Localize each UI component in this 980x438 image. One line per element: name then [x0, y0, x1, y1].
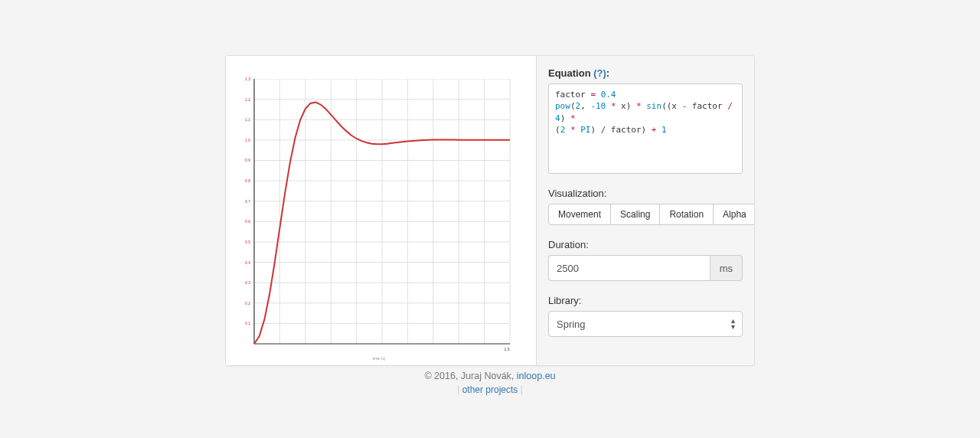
- footer-copyright: © 2016, Juraj Novák,: [424, 371, 516, 381]
- footer-site-link[interactable]: inloop.eu: [517, 371, 556, 381]
- duration-unit: ms: [710, 255, 743, 281]
- equation-label: Equation (?):: [548, 67, 743, 79]
- y-tick-label: 0.7: [240, 199, 250, 204]
- y-tick-label: 0.2: [240, 301, 250, 306]
- duration-row: ms: [548, 255, 743, 281]
- y-tick-label: 0.8: [240, 178, 250, 183]
- duration-label: Duration:: [548, 239, 743, 250]
- visualization-label: Visualization:: [548, 188, 743, 199]
- duration-input[interactable]: [548, 255, 710, 281]
- viz-movement-button[interactable]: Movement: [548, 204, 611, 225]
- equation-colon: :: [606, 67, 609, 79]
- y-tick-label: 1.0: [240, 138, 250, 142]
- equation-label-text: Equation: [548, 67, 591, 79]
- viz-rotation-button[interactable]: Rotation: [659, 204, 714, 225]
- x-tick-max: 1.0: [501, 347, 512, 351]
- footer-other-projects-link[interactable]: other projects: [462, 384, 518, 395]
- library-select-wrap: Spring ▴▾: [548, 311, 743, 337]
- main-panel: 0.10.20.30.40.50.60.70.80.91.01.11.21.3 …: [225, 55, 755, 366]
- controls-pane: Equation (?): factor = 0.4pow(2, -10 * x…: [537, 56, 754, 365]
- y-tick-label: 0.4: [240, 260, 250, 265]
- y-tick-label: 0.5: [240, 240, 250, 244]
- library-select[interactable]: Spring: [548, 311, 743, 337]
- chart-grid: [254, 79, 510, 344]
- viz-scaling-button[interactable]: Scaling: [610, 204, 660, 225]
- page-footer: © 2016, Juraj Novák, inloop.eu | other p…: [0, 371, 980, 395]
- library-label: Library:: [548, 295, 743, 306]
- footer-divider: |: [518, 384, 522, 395]
- x-axis-title: time (s): [356, 356, 402, 361]
- equation-editor[interactable]: factor = 0.4pow(2, -10 * x) * sin((x - f…: [548, 83, 743, 174]
- y-tick-label: 1.1: [240, 117, 250, 122]
- viz-alpha-button[interactable]: Alpha: [713, 204, 754, 225]
- interpolation-chart: [243, 79, 511, 345]
- equation-help-link[interactable]: (?): [593, 67, 606, 79]
- y-tick-label: 1.2: [240, 97, 250, 102]
- y-tick-label: 0.1: [240, 321, 250, 325]
- y-tick-label: 0.9: [240, 158, 250, 162]
- y-tick-label: 0.3: [240, 280, 250, 285]
- visualization-button-group: MovementScalingRotationAlpha: [548, 204, 743, 225]
- y-tick-label: 1.3: [240, 77, 250, 81]
- y-tick-label: 0.6: [240, 219, 250, 224]
- chart-pane: 0.10.20.30.40.50.60.70.80.91.01.11.21.3 …: [226, 56, 537, 365]
